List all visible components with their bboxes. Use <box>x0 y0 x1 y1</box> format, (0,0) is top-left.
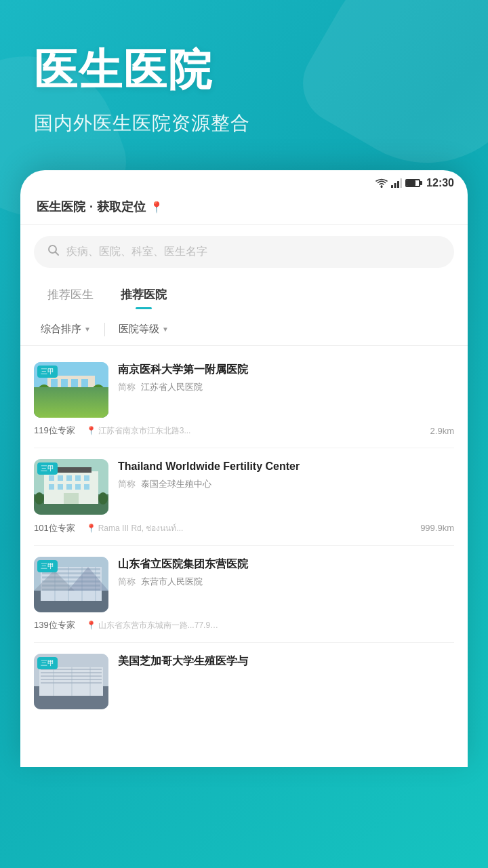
svg-rect-2 <box>394 183 396 188</box>
svg-rect-12 <box>71 379 78 387</box>
level-filter-label: 医院等级 <box>119 323 159 336</box>
level-filter-button[interactable]: 医院等级 ▼ <box>112 320 176 338</box>
level-chevron-icon: ▼ <box>162 326 169 333</box>
svg-line-6 <box>56 252 59 256</box>
distance-text: 999.9km <box>420 523 454 533</box>
wifi-icon <box>375 178 388 188</box>
svg-rect-28 <box>49 484 54 490</box>
svg-rect-23 <box>49 475 54 481</box>
location-icon: 📍 <box>150 201 163 214</box>
hospital-item[interactable]: 三甲 <box>34 643 454 727</box>
app-title-text: 医生医院 <box>37 199 85 215</box>
svg-rect-30 <box>66 484 72 490</box>
address-text: 山东省东营市东城南一路...77.9km <box>98 620 220 631</box>
tab-doctors[interactable]: 推荐医生 <box>34 279 107 311</box>
alias-text: 江苏省人民医院 <box>141 382 203 392</box>
sort-filter-label: 综合排序 <box>41 323 81 336</box>
alias-label: 简称 <box>118 576 136 587</box>
svg-point-16 <box>52 389 63 403</box>
address-text: 江苏省南京市江东北路3... <box>98 425 191 437</box>
svg-rect-29 <box>58 484 63 490</box>
alias-text: 东营市人民医院 <box>141 576 203 587</box>
svg-point-15 <box>92 384 105 401</box>
svg-rect-61 <box>71 667 73 696</box>
hospital-item[interactable]: 三甲 <box>34 351 454 448</box>
hospital-info: 山东省立医院集团东营医院 简称 东营市人民医院 <box>118 557 454 612</box>
svg-point-36 <box>98 492 108 505</box>
svg-rect-10 <box>51 379 58 387</box>
svg-rect-18 <box>37 404 105 414</box>
hospital-bottom-row: 119位专家 📍 江苏省南京市江东北路3... 2.9km <box>34 425 454 437</box>
location-row: 📍 江苏省南京市江东北路3... <box>86 425 425 437</box>
distance-text: 2.9km <box>430 426 454 436</box>
hospital-alias: 简称 泰国全球生殖中心 <box>118 478 454 490</box>
phone-mockup: 12:30 医生医院 · 获取定位 📍 疾病、医院、科室、医生名字 推荐医生 推… <box>20 170 468 767</box>
hospital-badge: 三甲 <box>37 462 58 475</box>
svg-rect-32 <box>84 484 89 490</box>
sort-filter-button[interactable]: 综合排序 ▼ <box>34 320 98 338</box>
location-pin-icon: 📍 <box>86 426 96 435</box>
hospital-item[interactable]: 三甲 <box>34 448 454 546</box>
hospital-name: 美国芝加哥大学生殖医学与 <box>118 654 454 669</box>
location-row: 📍 山东省东营市东城南一路...77.9km <box>86 620 454 631</box>
hospital-name: Thailand Worldwide Fertility Center <box>118 459 454 474</box>
hospital-badge: 三甲 <box>37 560 58 572</box>
svg-rect-3 <box>397 181 399 188</box>
location-pin-icon: 📍 <box>86 524 96 533</box>
alias-label: 简称 <box>118 382 136 392</box>
svg-rect-31 <box>75 484 81 490</box>
status-bar: 12:30 <box>20 170 468 193</box>
app-header: 医生医院 · 获取定位 📍 <box>20 193 468 225</box>
battery-icon <box>405 179 420 187</box>
svg-rect-13 <box>81 379 88 387</box>
svg-rect-1 <box>391 185 393 188</box>
hospital-name: 山东省立医院集团东营医院 <box>118 557 454 572</box>
hospital-alias: 简称 东营市人民医院 <box>118 576 454 588</box>
search-bar[interactable]: 疾病、医院、科室、医生名字 <box>34 236 454 268</box>
svg-point-35 <box>35 492 44 505</box>
svg-rect-4 <box>401 178 403 188</box>
hospital-image-wrap: 三甲 <box>34 654 108 709</box>
search-container: 疾病、医院、科室、医生名字 <box>20 225 468 279</box>
search-placeholder-text: 疾病、医院、科室、医生名字 <box>66 245 207 259</box>
svg-rect-62 <box>89 667 91 696</box>
expert-count: 101位专家 <box>34 522 75 534</box>
svg-point-0 <box>381 186 383 188</box>
svg-rect-25 <box>66 475 72 481</box>
svg-rect-19 <box>37 408 105 414</box>
filter-row: 综合排序 ▼ 医院等级 ▼ <box>20 313 468 346</box>
hospital-name: 南京医科大学第一附属医院 <box>118 362 454 377</box>
sort-chevron-icon: ▼ <box>84 326 91 333</box>
hospital-bottom-row: 101位专家 📍 Rama III Rd, ช่องนนท์... 999.9k… <box>34 521 454 534</box>
svg-rect-60 <box>53 667 54 696</box>
svg-point-17 <box>79 389 90 403</box>
svg-rect-8 <box>34 393 108 418</box>
hospital-image-wrap: 三甲 <box>34 557 108 612</box>
expert-count: 119位专家 <box>34 425 75 437</box>
status-time: 12:30 <box>426 177 454 189</box>
svg-rect-24 <box>58 475 63 481</box>
tab-hospitals[interactable]: 推荐医院 <box>107 279 180 311</box>
location-label[interactable]: 获取定位 <box>97 199 146 215</box>
hospital-info: Thailand Worldwide Fertility Center 简称 泰… <box>118 459 454 515</box>
svg-rect-47 <box>68 567 69 601</box>
location-pin-icon: 📍 <box>86 620 96 630</box>
header-separator: · <box>89 200 93 214</box>
hospital-image-wrap: 三甲 <box>34 362 108 418</box>
hospital-image-wrap: 三甲 <box>34 459 108 515</box>
hospital-badge: 三甲 <box>37 657 58 669</box>
signal-icon <box>391 178 402 188</box>
search-icon <box>47 244 60 260</box>
expert-count: 139位专家 <box>34 619 75 631</box>
hospital-alias: 简称 江苏省人民医院 <box>118 381 454 393</box>
location-row: 📍 Rama III Rd, ช่องนนท์... <box>86 521 415 534</box>
page-subtitle: 国内外医生医院资源整合 <box>34 111 454 136</box>
alias-text: 泰国全球生殖中心 <box>141 479 211 489</box>
hospital-badge: 三甲 <box>37 366 58 378</box>
filter-divider <box>104 323 105 336</box>
alias-label: 简称 <box>118 479 136 489</box>
page-title: 医生医院 <box>34 41 454 100</box>
svg-rect-33 <box>64 493 79 504</box>
hospital-info: 南京医科大学第一附属医院 简称 江苏省人民医院 <box>118 362 454 418</box>
hospital-item[interactable]: 三甲 <box>34 546 454 643</box>
